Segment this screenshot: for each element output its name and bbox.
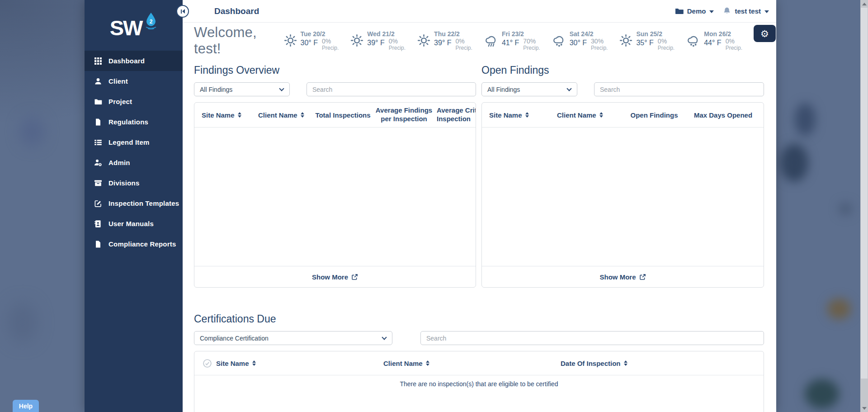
- findings-overview-section: Findings Overview All Findings Si: [194, 64, 476, 288]
- select-value: Compliance Certification: [200, 335, 269, 342]
- weather-precip-label: Precip.: [389, 45, 406, 51]
- sort-icon: [624, 360, 627, 366]
- weather-precip-pct: 0%: [389, 38, 406, 45]
- sidebar-item-divisions[interactable]: Divisions: [85, 173, 183, 193]
- sidebar-item-user-manuals[interactable]: User Manuals: [85, 213, 183, 234]
- weather-temp: 30° F: [570, 38, 587, 47]
- section-title: Open Findings: [481, 64, 764, 76]
- weather-precip-pct: 0%: [322, 38, 339, 45]
- address-book-icon: [94, 220, 102, 228]
- app-window: SW 2 Da: [85, 0, 776, 412]
- sort-icon: [252, 360, 256, 366]
- sun-icon: [417, 34, 430, 47]
- column-header-total-inspections: Total Inspections: [315, 111, 371, 119]
- open-findings-show-more-link[interactable]: Show More: [599, 273, 646, 281]
- chevron-down-icon: [764, 10, 769, 13]
- background-smudge: [827, 298, 851, 319]
- chevron-down-icon: [382, 335, 387, 340]
- file-icon: [94, 240, 102, 248]
- chevron-down-icon: [709, 10, 714, 13]
- user-dropdown[interactable]: test test: [720, 5, 772, 17]
- sidebar-item-label: Legend Item: [108, 138, 150, 146]
- weather-precip-pct: 0%: [726, 38, 742, 45]
- help-button[interactable]: Help: [13, 400, 39, 412]
- sidebar-item-inspection-templates[interactable]: Inspection Templates: [85, 193, 183, 213]
- user-icon: [94, 77, 102, 85]
- column-header-open-findings: Open Findings: [625, 111, 684, 119]
- sidebar-item-label: Regulations: [108, 118, 148, 126]
- open-findings-card: Site Name Client Name Open Findings: [481, 102, 764, 288]
- sun-icon: [350, 34, 363, 47]
- gear-icon: ⚙: [760, 29, 769, 38]
- select-value: All Findings: [487, 86, 520, 93]
- user-name: test test: [735, 7, 761, 15]
- weather-day: Wed 21/2 39° F 0%Precip.: [350, 30, 406, 51]
- weather-day: Mon 26/2 44° F 0%Precip.: [686, 30, 742, 51]
- weather-day: Tue 20/2 30° F 0%Precip.: [284, 30, 339, 51]
- column-header-site-name[interactable]: Site Name: [489, 111, 557, 119]
- certifications-card: Site Name Client Name Date Of Inspection: [194, 351, 764, 412]
- workspace-dropdown[interactable]: Demo: [672, 5, 717, 17]
- sidebar-collapse-button[interactable]: [176, 5, 189, 18]
- sun-icon: [619, 34, 632, 47]
- welcome-message: Welcome, test!: [194, 24, 284, 57]
- background-smudge: [839, 203, 852, 215]
- weather-day-label: Mon 26/2: [704, 30, 742, 38]
- open-findings-filter-select[interactable]: All Findings: [481, 82, 577, 96]
- scrollbar-down-arrow[interactable]: [860, 404, 868, 412]
- column-header-client-name[interactable]: Client Name: [258, 111, 315, 119]
- logo-text: SW: [110, 17, 142, 38]
- section-title: Findings Overview: [194, 64, 476, 76]
- sidebar-item-client[interactable]: Client: [85, 71, 183, 91]
- scrollbar-up-arrow[interactable]: [860, 0, 868, 8]
- column-header-site-name[interactable]: Site Name: [216, 360, 383, 367]
- settings-button[interactable]: ⚙: [754, 25, 776, 42]
- weather-day-label: Wed 21/2: [367, 30, 406, 38]
- select-value: All Findings: [200, 86, 232, 93]
- sidebar-item-compliance-reports[interactable]: Compliance Reports: [85, 234, 183, 254]
- snow-cloud-icon: [686, 33, 700, 48]
- weather-temp: 35° F: [636, 38, 653, 47]
- app-logo[interactable]: SW 2: [85, 0, 183, 51]
- chevron-down-icon: [566, 86, 571, 91]
- sidebar-item-admin[interactable]: Admin: [85, 152, 183, 173]
- chevron-down-icon: [279, 86, 284, 91]
- findings-filter-select[interactable]: All Findings: [194, 82, 290, 96]
- sidebar-item-dashboard[interactable]: Dashboard: [85, 51, 183, 71]
- grid-icon: [94, 57, 102, 65]
- sidebar-item-project[interactable]: Project: [85, 91, 183, 112]
- open-findings-search-input[interactable]: [594, 82, 764, 96]
- sidebar-item-regulations[interactable]: Regulations: [85, 112, 183, 132]
- column-header-client-name[interactable]: Client Name: [557, 111, 625, 119]
- weather-day-label: Thu 22/2: [434, 30, 472, 38]
- weather-precip-label: Precip.: [591, 45, 608, 51]
- main-content: Welcome, test!: [183, 29, 776, 412]
- column-header-max-days-opened: Max Days Opened: [684, 111, 763, 119]
- page-scrollbar[interactable]: [860, 0, 868, 412]
- weather-day: Fri 23/2 41° F 70%Precip.: [484, 30, 540, 51]
- certification-type-select[interactable]: Compliance Certification: [194, 331, 392, 345]
- sun-icon: [284, 34, 297, 47]
- weather-temp: 30° F: [301, 38, 318, 47]
- check-circle-icon: [203, 359, 212, 368]
- column-header-site-name[interactable]: Site Name: [202, 111, 258, 119]
- sidebar-item-legend-item[interactable]: Legend Item: [85, 132, 183, 152]
- scrollbar-thumb[interactable]: [861, 8, 868, 379]
- archive-box-icon: [94, 179, 102, 187]
- findings-table-body: [194, 128, 476, 266]
- column-header-client-name[interactable]: Client Name: [383, 360, 561, 367]
- page-title: Dashboard: [214, 6, 259, 16]
- empty-state-message: There are no inspection(s) that are elig…: [194, 375, 764, 412]
- weather-precip-pct: 70%: [523, 38, 540, 45]
- weather-precip-pct: 0%: [658, 38, 675, 45]
- column-header-date-of-inspection[interactable]: Date Of Inspection: [561, 360, 696, 367]
- open-findings-table-body: [482, 128, 764, 266]
- weather-temp: 44° F: [704, 38, 721, 47]
- findings-search-input[interactable]: [307, 82, 476, 96]
- certifications-search-input[interactable]: [420, 331, 764, 345]
- folder-icon: [94, 98, 102, 106]
- background-smudge: [8, 302, 37, 343]
- findings-show-more-link[interactable]: Show More: [312, 273, 358, 281]
- external-link-icon: [639, 274, 646, 280]
- external-link-icon: [351, 274, 358, 280]
